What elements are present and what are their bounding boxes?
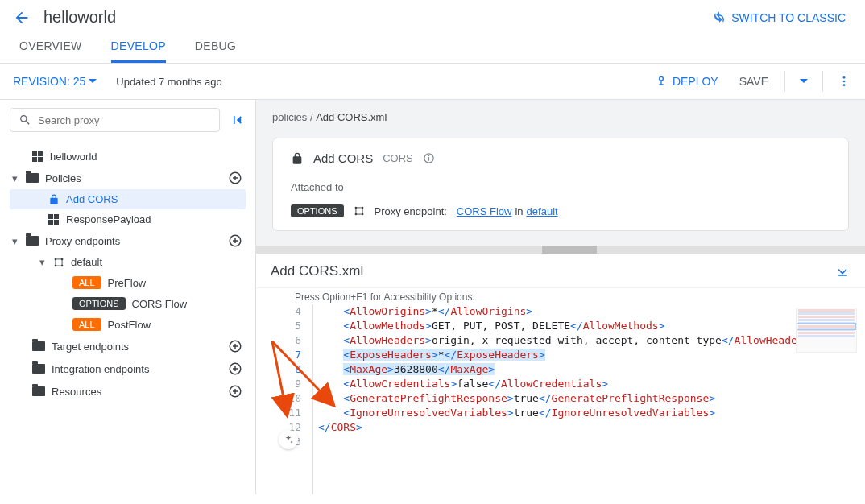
editor-filename: Add CORS.xml (271, 263, 363, 279)
revision-selector[interactable]: REVISION: 25 (13, 75, 97, 88)
attached-to-label: Attached to (291, 181, 830, 193)
add-integration-endpoint-button[interactable] (228, 361, 246, 376)
folder-icon (32, 364, 45, 374)
add-policy-button[interactable] (228, 171, 246, 185)
back-arrow-icon[interactable] (13, 9, 31, 27)
folder-icon (32, 386, 45, 396)
add-resource-button[interactable] (228, 384, 246, 399)
policy-type: CORS (383, 152, 413, 164)
flow-link[interactable]: CORS Flow (457, 205, 512, 217)
revision-label: REVISION: 25 (13, 75, 85, 88)
toolbar-divider (822, 71, 823, 92)
endpoint-label: Proxy endpoint: (375, 205, 447, 217)
tab-develop[interactable]: DEVELOP (111, 30, 166, 63)
ai-assist-button[interactable] (279, 430, 298, 449)
tree-resources[interactable]: Resources (10, 380, 246, 403)
policy-name: Add CORS (313, 151, 373, 165)
horizontal-scrollbar[interactable] (256, 246, 865, 254)
updated-timestamp: Updated 7 months ago (116, 76, 222, 88)
search-proxy-input-wrap[interactable] (10, 108, 220, 132)
add-target-endpoint-button[interactable] (228, 339, 246, 353)
svg-point-2 (843, 81, 846, 83)
folder-icon (26, 173, 39, 183)
more-menu-button[interactable] (830, 70, 859, 93)
collapse-editor-icon[interactable] (834, 263, 851, 279)
tree-root[interactable]: helloworld (10, 147, 246, 167)
minimap[interactable] (796, 308, 857, 353)
tree-endpoint-default[interactable]: ▾ default (10, 252, 246, 272)
tree-flow-cors[interactable]: OPTIONS CORS Flow (10, 293, 246, 314)
breadcrumb: policies / Add CORS.xml (256, 100, 865, 134)
endpoint-icon (354, 205, 365, 217)
deploy-button[interactable]: DEPLOY (647, 70, 726, 93)
info-icon[interactable] (423, 152, 435, 164)
proxy-name: helloworld (43, 8, 116, 27)
method-badge-all: ALL (72, 276, 101, 289)
tree-policies[interactable]: ▾ Policies (10, 167, 246, 189)
lock-icon (48, 194, 60, 205)
default-link[interactable]: default (527, 205, 558, 217)
svg-rect-15 (428, 155, 429, 156)
method-badge-options: OPTIONS (291, 204, 344, 217)
add-proxy-endpoint-button[interactable] (228, 233, 246, 248)
tree-policy-add-cors[interactable]: Add CORS (10, 189, 246, 209)
method-badge-options: OPTIONS (72, 297, 126, 310)
search-proxy-input[interactable] (38, 114, 211, 126)
svg-point-3 (843, 84, 846, 86)
lock-icon (291, 152, 304, 165)
endpoint-icon (53, 257, 64, 268)
collapse-sidebar-icon[interactable] (230, 112, 246, 128)
tree-proxy-endpoints[interactable]: ▾ Proxy endpoints (10, 229, 246, 252)
tree-target-endpoints[interactable]: Target endpoints (10, 335, 246, 357)
svg-rect-14 (428, 157, 429, 160)
save-dropdown[interactable] (792, 72, 816, 90)
svg-point-0 (660, 76, 664, 81)
main-tabs: OVERVIEW DEVELOP DEBUG (0, 30, 865, 64)
deploy-label: DEPLOY (673, 75, 718, 88)
tab-debug[interactable]: DEBUG (195, 30, 236, 63)
search-icon (19, 114, 31, 126)
chevron-down-icon: ▾ (10, 235, 19, 247)
switch-to-classic-button[interactable]: SWITCH TO CLASSIC (712, 10, 846, 25)
policy-card: Add CORS CORS Attached to OPTIONS Proxy … (272, 138, 849, 231)
proxy-icon (32, 151, 43, 163)
chevron-down-icon: ▾ (37, 256, 47, 268)
method-badge-all: ALL (72, 318, 101, 331)
tab-overview[interactable]: OVERVIEW (19, 30, 82, 63)
tree-flow-preflow[interactable]: ALL PreFlow (10, 272, 246, 293)
policy-icon (48, 214, 60, 225)
tree-policy-response-payload[interactable]: ResponsePayload (10, 209, 246, 229)
save-button[interactable]: SAVE (730, 70, 778, 93)
chevron-down-icon: ▾ (10, 172, 19, 184)
a11y-hint: Press Option+F1 for Accessibility Option… (256, 288, 865, 304)
switch-to-classic-label: SWITCH TO CLASSIC (731, 11, 846, 24)
tree-flow-postflow[interactable]: ALL PostFlow (10, 314, 246, 335)
svg-point-1 (843, 76, 846, 79)
tree-integration-endpoints[interactable]: Integration endpoints (10, 357, 246, 380)
folder-icon (32, 341, 45, 351)
toolbar-divider (784, 71, 785, 92)
code-editor[interactable]: 45678910111213 <AllowOrigins>*</AllowOri… (256, 304, 865, 494)
folder-icon (26, 236, 39, 246)
